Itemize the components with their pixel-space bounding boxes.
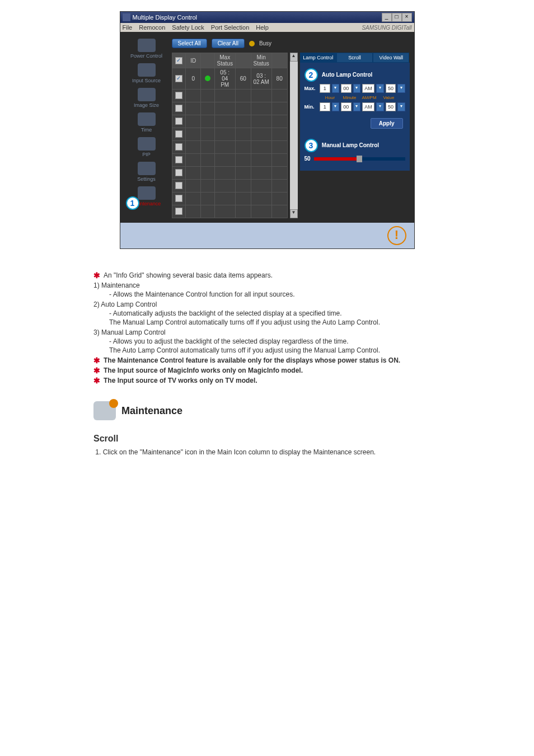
alert-icon: !: [387, 226, 406, 245]
table-row[interactable]: 0 05 : 04 PM 60 03 : 02 AM 80: [172, 68, 287, 90]
title-bar: Multiple Display Control _ □ ×: [120, 12, 414, 23]
menu-port-selection[interactable]: Port Selection: [211, 24, 249, 31]
table-row: [172, 154, 287, 167]
busy-label: Busy: [259, 40, 271, 46]
clear-all-button[interactable]: Clear All: [212, 39, 245, 48]
menu-help[interactable]: Help: [256, 24, 269, 31]
sidebar-item-power-control[interactable]: Power Control: [125, 37, 168, 61]
note-text: The Input source of MagicInfo works only…: [104, 367, 303, 374]
sidebar-item-settings[interactable]: Settings: [125, 161, 168, 184]
spin-button[interactable]: ▾: [376, 102, 383, 111]
row-checkbox[interactable]: [175, 75, 182, 82]
note-intro: ✱ An "Info Grid" showing several basic d…: [93, 271, 441, 279]
tab-lamp-control[interactable]: Lamp Control: [300, 53, 336, 63]
apply-button[interactable]: Apply: [371, 118, 403, 129]
input-source-icon: [138, 63, 156, 77]
row-checkbox[interactable]: [175, 130, 182, 138]
callout-2: 2: [305, 68, 318, 82]
scroll-up-icon[interactable]: ▲: [290, 53, 298, 62]
doc-content: ✱ An "Info Grid" showing several basic d…: [93, 271, 441, 456]
grid-scrollbar[interactable]: ▲ ▼: [290, 53, 298, 218]
row-checkbox[interactable]: [175, 92, 182, 99]
close-button[interactable]: ×: [402, 13, 412, 22]
callout-3: 3: [305, 139, 318, 152]
min-value-input[interactable]: 50: [386, 102, 396, 111]
max-minute-input[interactable]: 00: [341, 84, 352, 93]
control-panel: Lamp Control Scroll Video Wall 2 Auto La…: [300, 53, 410, 218]
table-row: [172, 90, 287, 102]
spin-button[interactable]: ▾: [376, 84, 383, 93]
sidebar-item-input-source[interactable]: Input Source: [125, 62, 168, 86]
col-min-val: [271, 53, 287, 68]
max-value-input[interactable]: 50: [386, 84, 396, 93]
min-hour-input[interactable]: 1: [320, 102, 330, 111]
table-row: [172, 141, 287, 154]
col-max-status: Max Status: [214, 53, 235, 68]
sidebar-item-pip[interactable]: PIP: [125, 136, 168, 159]
sidebar-item-label: Time: [141, 127, 152, 133]
maximize-button[interactable]: □: [392, 13, 402, 22]
cell-min-val: 80: [271, 68, 287, 90]
note-text: The Input source of TV works only on TV …: [104, 377, 257, 384]
note-text: The Maintenance Control feature is avail…: [104, 356, 400, 364]
min-ampm-input[interactable]: AM: [362, 102, 375, 111]
manual-lamp-slider-row: 50: [305, 156, 405, 162]
spin-button[interactable]: ▾: [332, 84, 339, 93]
star-icon: ✱: [93, 377, 100, 384]
note-text: An "Info Grid" showing several basic dat…: [104, 271, 273, 279]
sidebar-item-image-size[interactable]: Image Size: [125, 87, 168, 110]
list-item-2: 2) Auto Lamp Control: [93, 300, 441, 308]
table-header-row: ID Max Status Min Status: [172, 53, 287, 68]
header-checkbox[interactable]: [175, 57, 182, 64]
list-item-3-line: The Auto Lamp Control automatically turn…: [109, 346, 441, 354]
max-ampm-input[interactable]: AM: [362, 84, 375, 93]
tab-scroll[interactable]: Scroll: [336, 53, 373, 63]
list-item-1: 1) Maintenance: [93, 281, 441, 289]
scroll-step-1: 1. Click on the "Maintenance" icon in th…: [93, 448, 441, 456]
star-icon: ✱: [93, 356, 100, 364]
spin-button[interactable]: ▾: [397, 102, 405, 111]
list-item-1-line: - Allows the Maintenance Control functio…: [109, 290, 441, 298]
list-item-2-line: - Automatically adjusts the backlight of…: [109, 309, 441, 317]
row-checkbox[interactable]: [175, 156, 182, 163]
row-checkbox[interactable]: [175, 143, 182, 151]
menu-file[interactable]: File: [123, 24, 133, 31]
row-checkbox[interactable]: [175, 105, 182, 112]
min-minute-input[interactable]: 00: [341, 102, 352, 111]
spin-button[interactable]: ▾: [353, 102, 360, 111]
select-all-button[interactable]: Select All: [172, 39, 207, 48]
slider-thumb[interactable]: [357, 156, 362, 162]
table-row: [172, 205, 287, 218]
list-item-2-line: The Manual Lamp Control automatically tu…: [109, 318, 441, 326]
row-checkbox[interactable]: [175, 208, 182, 215]
spin-button[interactable]: ▾: [353, 84, 360, 93]
scroll-down-icon[interactable]: ▼: [290, 209, 298, 218]
menu-remocon[interactable]: Remocon: [139, 24, 165, 31]
spin-button[interactable]: ▾: [397, 84, 405, 93]
row-checkbox[interactable]: [175, 195, 182, 202]
row-checkbox[interactable]: [175, 169, 182, 176]
spin-button[interactable]: ▾: [332, 102, 339, 111]
max-label: Max.: [305, 86, 318, 91]
min-row: Min. 1 ▾ 00 ▾ AM ▾ 50 ▾: [305, 102, 405, 111]
manual-lamp-title: Manual Lamp Control: [322, 142, 379, 148]
sidebar: Power Control Input Source Image Size Ti…: [125, 37, 168, 218]
min-label: Min.: [305, 104, 318, 110]
manual-lamp-slider[interactable]: [314, 157, 405, 161]
list-item-3: 3) Manual Lamp Control: [93, 328, 441, 336]
bold-note-2: ✱ The Input source of MagicInfo works on…: [93, 367, 441, 374]
col-status-icon: [201, 53, 214, 68]
sidebar-item-time[interactable]: Time: [125, 111, 168, 135]
menu-safety-lock[interactable]: Safety Lock: [172, 24, 204, 31]
sidebar-item-label: PIP: [142, 152, 151, 157]
minimize-button[interactable]: _: [382, 13, 392, 22]
tab-video-wall[interactable]: Video Wall: [373, 53, 409, 63]
row-checkbox[interactable]: [175, 118, 182, 125]
max-hour-input[interactable]: 1: [320, 84, 330, 93]
sidebar-item-maintenance[interactable]: 1 Maintenance: [125, 185, 168, 209]
col-max-val: [235, 53, 251, 68]
row-checkbox[interactable]: [175, 182, 182, 189]
window-title: Multiple Display Control: [133, 14, 198, 21]
bold-note-1: ✱ The Maintenance Control feature is ava…: [93, 356, 441, 364]
app-icon: [123, 13, 130, 21]
